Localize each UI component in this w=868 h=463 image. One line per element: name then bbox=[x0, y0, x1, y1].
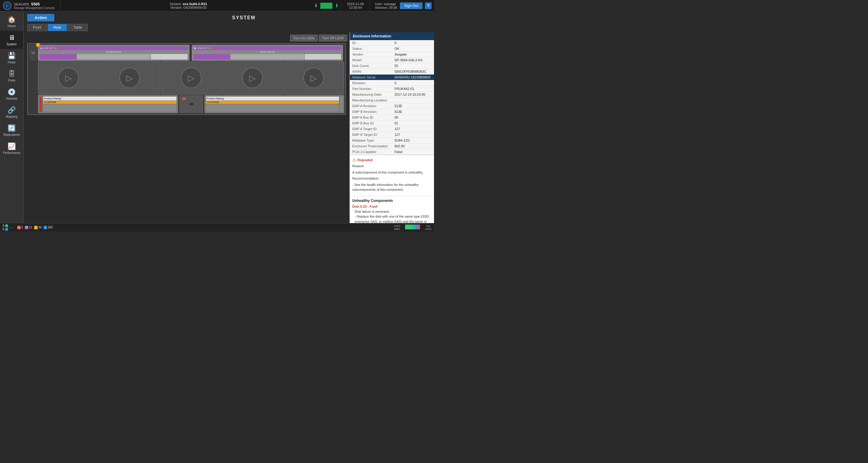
info-value-empb-target: 127 bbox=[392, 132, 434, 138]
action-button[interactable]: Action bbox=[27, 14, 54, 22]
turn-on-leds-button[interactable]: Turn On LEDs bbox=[290, 35, 318, 41]
psu-b-body-fill bbox=[206, 105, 339, 112]
tab-front[interactable]: Front bbox=[27, 24, 47, 31]
sidebar-item-mapping[interactable]: 🔗 Mapping bbox=[0, 103, 23, 121]
brand-info: SEAGATE 5565 Storage Management Console bbox=[14, 2, 55, 10]
controller-b-ip: 10.237.66.132 bbox=[193, 51, 342, 53]
led-controls: Turn On LEDs Turn Off LEDS bbox=[290, 35, 347, 41]
alert-red-icon: ✕ bbox=[17, 226, 21, 229]
info-value-revision: C bbox=[392, 80, 434, 86]
header-divider-2 bbox=[341, 1, 341, 10]
tab-rear[interactable]: Rear bbox=[48, 24, 67, 31]
status-icons: A B ↑ ↓ bbox=[2, 224, 13, 231]
download-icon-2[interactable]: ⬇ bbox=[335, 3, 339, 8]
ctrl-b-port-1 bbox=[194, 54, 230, 59]
sidebar-hosts-label: Hosts bbox=[8, 61, 16, 64]
alert-yellow-count: 96 bbox=[38, 226, 42, 229]
info-label-partno: Part Number: bbox=[350, 86, 392, 92]
sidebar-item-system[interactable]: 🖥 System bbox=[0, 31, 23, 49]
status-b-dot bbox=[5, 228, 8, 231]
ctrl-b-port-2 bbox=[231, 54, 304, 59]
status-b-label: B bbox=[2, 228, 4, 231]
ctrl-spacer bbox=[190, 45, 191, 61]
main-content: Action SYSTEM Front Rear Table Turn On L… bbox=[24, 11, 434, 223]
mapping-icon: 🔗 bbox=[7, 106, 16, 114]
pools-icon: 🗄 bbox=[8, 70, 15, 78]
info-value-mfgdate: 2017-12-19 10:24:00 bbox=[392, 92, 434, 97]
header: ▷ SEAGATE 5565 Storage Management Consol… bbox=[0, 0, 434, 11]
time-value: 13:30:44 bbox=[347, 6, 364, 9]
info-value-id: 0 bbox=[392, 40, 434, 46]
info-row-pcie: PCIe 2-Capable: False bbox=[350, 149, 434, 155]
page-title: SYSTEM bbox=[57, 15, 430, 21]
degraded-header: ⚠ Degraded bbox=[352, 157, 432, 163]
sidebar-item-hosts[interactable]: 💾 Hosts bbox=[0, 49, 23, 67]
sidebar-item-volumes[interactable]: 💿 Volumes bbox=[0, 85, 23, 103]
sign-out-button[interactable]: Sign Out bbox=[400, 2, 423, 9]
info-value-empb-bus: 01 bbox=[392, 120, 434, 126]
fan-3[interactable]: ▷ bbox=[161, 61, 221, 94]
bottom-bar: A B ↑ ↓ ✕ 3 🛡 21 ! 96 i 880 bbox=[0, 223, 434, 231]
fan-5-circle: ▷ bbox=[303, 67, 324, 88]
sidebar-item-pools[interactable]: 🗄 Pools bbox=[0, 67, 23, 85]
tab-table[interactable]: Table bbox=[67, 24, 88, 31]
sidebar-item-replications[interactable]: 🔄 Replications bbox=[0, 121, 23, 140]
info-value-diskcount: 55 bbox=[392, 63, 434, 69]
brand-name: SEAGATE bbox=[14, 2, 29, 6]
controller-b-top: B LINK ACT bbox=[193, 46, 342, 50]
info-row-midplane-type: Midplane Type: 5U84-12G bbox=[350, 138, 434, 143]
status-a-dot bbox=[5, 224, 8, 227]
download-status-icon: ↓ bbox=[12, 226, 13, 230]
sidebar-mapping-label: Mapping bbox=[6, 115, 17, 118]
controller-a[interactable]: ! A LINK ACT 10.237.65.221 bbox=[38, 45, 189, 61]
fan-1[interactable]: ▷ bbox=[38, 61, 99, 94]
ctrl-a-port-2 bbox=[77, 54, 150, 59]
download-icon-1[interactable]: ⬇ bbox=[314, 3, 318, 8]
info-label-empa-bus: EMP A Bus ID: bbox=[350, 115, 392, 120]
power-row-spacer bbox=[29, 95, 37, 113]
controller-a-led-green bbox=[55, 48, 57, 49]
sidebar-item-home[interactable]: 🏠 Home bbox=[0, 13, 23, 31]
info-label-empb-bus: EMP B Bus ID: bbox=[350, 120, 392, 126]
info-label-midplane-serial: Midplane Serial: bbox=[350, 75, 392, 80]
volumes-icon: 💿 bbox=[7, 88, 16, 96]
info-value-empb-rev: 513E bbox=[392, 109, 434, 115]
psu-b-body: Product Rating ⚠ CAUTION bbox=[206, 96, 339, 112]
system-name: ees-5u84-2-R21 bbox=[183, 2, 207, 6]
turn-off-leds-button[interactable]: Turn Off LEDS bbox=[319, 35, 347, 41]
version-value: GN265R009-03 bbox=[183, 6, 207, 9]
info-table: ID: 0 Status: OK Vendor: Seagate Model: … bbox=[350, 40, 434, 155]
info-value-empa-rev: 513E bbox=[392, 103, 434, 109]
fans-row-spacer bbox=[29, 61, 37, 94]
tier-label: Tier bbox=[426, 225, 431, 228]
fan-2[interactable]: ▷ bbox=[99, 61, 160, 94]
controller-b-label: B bbox=[194, 47, 196, 50]
upload-icon: ↑ bbox=[9, 226, 11, 230]
info-row-id: ID: 0 bbox=[350, 40, 434, 46]
fan-4[interactable]: ▷ bbox=[222, 61, 283, 94]
fan-3-circle: ▷ bbox=[181, 67, 202, 88]
alert-shield-icon: 🛡 bbox=[25, 226, 28, 229]
alert-shield: 🛡 21 bbox=[25, 226, 32, 229]
main-layout: 🏠 Home 🖥 System 💾 Hosts 🗄 Pools 💿 Volume… bbox=[0, 11, 434, 223]
psu-b-label: Product Rating bbox=[206, 96, 339, 100]
system-name-row: System: ees-5u84-2-R21 bbox=[63, 2, 314, 6]
fan-5[interactable]: ▷ bbox=[283, 61, 344, 94]
help-button[interactable]: ? bbox=[425, 2, 432, 9]
info-row-empa-target: EMP A Target ID: 127 bbox=[350, 126, 434, 132]
info-label-status: Status: bbox=[350, 46, 392, 52]
psu-a[interactable]: Product Rating ⚠ CAUTION bbox=[38, 95, 178, 113]
info-row-empa-bus: EMP A Bus ID: 00 bbox=[350, 115, 434, 120]
brand-subtitle: Storage Management Console bbox=[14, 6, 55, 10]
info-label-wwn: WWN: bbox=[350, 69, 392, 75]
psu-b[interactable]: Product Rating ⚠ CAUTION bbox=[205, 95, 344, 113]
psu-a-indicator bbox=[39, 96, 42, 112]
sidebar-item-performance[interactable]: 📈 Performance bbox=[0, 140, 23, 157]
info-value-status: OK bbox=[392, 46, 434, 52]
info-label-midplane-type: Midplane Type: bbox=[350, 138, 392, 143]
info-row-status: Status: OK bbox=[350, 46, 434, 52]
controller-b[interactable]: B LINK ACT 10.237.66.132 bbox=[192, 45, 343, 61]
logo-area: ▷ SEAGATE 5565 Storage Management Consol… bbox=[0, 1, 58, 10]
alert-yellow-icon: ! bbox=[34, 226, 38, 229]
alert-blue-count: 880 bbox=[48, 226, 53, 229]
